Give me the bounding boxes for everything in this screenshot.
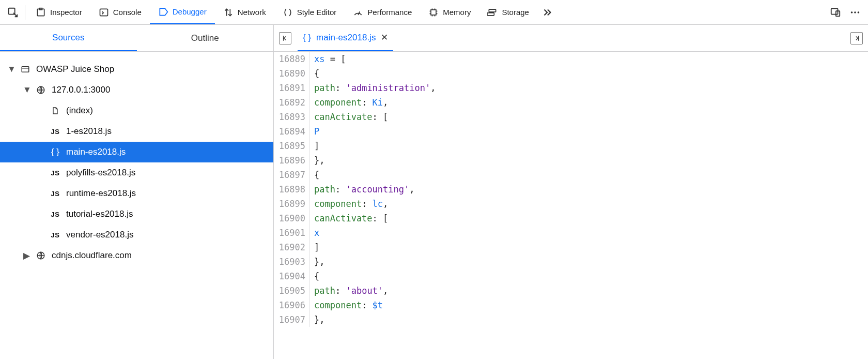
tree-label: polyfills-es2018.js: [66, 168, 135, 178]
toggle-left-pane-button[interactable]: [279, 32, 291, 44]
line-number[interactable]: 16899: [274, 197, 310, 211]
source-tree: ▼ OWASP Juice Shop ▼ 127.0.0.1:3000 (ind…: [0, 52, 273, 359]
code-line[interactable]: 16898path: 'accounting',: [274, 182, 868, 197]
pane-collapse-right-icon: [853, 35, 860, 42]
tree-label: 127.0.0.1:3000: [52, 85, 110, 95]
braces-icon: { }: [303, 33, 311, 43]
line-number[interactable]: 16896: [274, 153, 310, 168]
tab-outline[interactable]: Outline: [137, 25, 274, 51]
code-line[interactable]: 16896},: [274, 153, 868, 168]
storage-icon: [487, 7, 498, 18]
js-icon: JS: [50, 169, 61, 177]
tab-storage[interactable]: Storage: [479, 0, 537, 24]
svg-rect-7: [831, 8, 838, 14]
code-line[interactable]: 16891path: 'administration',: [274, 81, 868, 95]
tab-debugger[interactable]: Debugger: [150, 0, 215, 24]
overflow-tabs-button[interactable]: [537, 3, 557, 22]
code-line[interactable]: 16899component: lc,: [274, 197, 868, 211]
line-number[interactable]: 16898: [274, 182, 310, 197]
svg-point-10: [854, 11, 856, 13]
tab-label: Sources: [52, 33, 84, 43]
line-source: canActivate: [: [310, 211, 388, 226]
editor-panel: { } main-es2018.js ✕ 16889xs = [16890{16…: [274, 25, 868, 359]
tab-label: Storage: [502, 8, 529, 17]
pick-element-button[interactable]: [3, 3, 23, 22]
line-number[interactable]: 16889: [274, 52, 310, 66]
line-number[interactable]: 16900: [274, 211, 310, 226]
line-number[interactable]: 16897: [274, 168, 310, 182]
line-number[interactable]: 16894: [274, 124, 310, 139]
tree-file-tutorial[interactable]: JS tutorial-es2018.js: [0, 204, 273, 225]
svg-rect-6: [487, 12, 494, 15]
line-source: x: [310, 226, 319, 240]
tab-inspector[interactable]: Inspector: [27, 0, 90, 24]
code-line[interactable]: 16905path: 'about',: [274, 283, 868, 298]
code-line[interactable]: 16894P: [274, 124, 868, 139]
responsive-design-button[interactable]: [826, 3, 845, 22]
tree-file-1[interactable]: JS 1-es2018.js: [0, 121, 273, 142]
line-source: ]: [310, 139, 319, 153]
tree-root[interactable]: ▼ OWASP Juice Shop: [0, 59, 273, 80]
devtools-toolbar: Inspector Console Debugger Network Style…: [0, 0, 868, 25]
line-number[interactable]: 16905: [274, 283, 310, 298]
tab-performance[interactable]: Performance: [345, 0, 420, 24]
line-number[interactable]: 16907: [274, 312, 310, 327]
code-line[interactable]: 16889xs = [: [274, 52, 868, 66]
globe-icon: [35, 251, 47, 260]
braces-icon: { }: [50, 147, 61, 157]
code-editor[interactable]: 16889xs = [16890{16891path: 'administrat…: [274, 52, 868, 359]
tab-sources[interactable]: Sources: [0, 25, 137, 51]
code-line[interactable]: 16897{: [274, 168, 868, 182]
tree-host-cdnjs[interactable]: ▶ cdnjs.cloudflare.com: [0, 245, 273, 266]
tree-file-polyfills[interactable]: JS polyfills-es2018.js: [0, 162, 273, 183]
code-line[interactable]: 16903},: [274, 255, 868, 269]
line-number[interactable]: 16903: [274, 255, 310, 269]
line-number[interactable]: 16890: [274, 66, 310, 81]
line-number[interactable]: 16906: [274, 298, 310, 312]
line-source: },: [310, 153, 324, 168]
tree-file-index[interactable]: (index): [0, 100, 273, 121]
line-number[interactable]: 16902: [274, 240, 310, 255]
code-line[interactable]: 16893canActivate: [: [274, 110, 868, 124]
pane-collapse-left-icon: [282, 35, 289, 42]
code-line[interactable]: 16890{: [274, 66, 868, 81]
line-number[interactable]: 16904: [274, 269, 310, 283]
svg-rect-5: [489, 9, 496, 12]
line-number[interactable]: 16893: [274, 110, 310, 124]
code-line[interactable]: 16901x: [274, 226, 868, 240]
line-number[interactable]: 16891: [274, 81, 310, 95]
tab-memory[interactable]: Memory: [420, 0, 479, 24]
file-tab-main[interactable]: { } main-es2018.js ✕: [298, 25, 393, 51]
code-line[interactable]: 16902]: [274, 240, 868, 255]
js-icon: JS: [50, 211, 61, 218]
tree-label: cdnjs.cloudflare.com: [52, 250, 132, 261]
tab-label: Inspector: [50, 8, 82, 17]
twisty-down-icon: ▼: [7, 64, 14, 74]
code-line[interactable]: 16895]: [274, 139, 868, 153]
tree-host[interactable]: ▼ 127.0.0.1:3000: [0, 80, 273, 100]
tab-network[interactable]: Network: [215, 0, 274, 24]
line-source: ]: [310, 240, 319, 255]
memory-icon: [428, 7, 439, 18]
code-line[interactable]: 16904{: [274, 269, 868, 283]
tree-label: 1-es2018.js: [66, 126, 112, 137]
code-line[interactable]: 16907},: [274, 312, 868, 327]
line-number[interactable]: 16901: [274, 226, 310, 240]
file-tab-label: main-es2018.js: [316, 33, 376, 43]
kebab-menu-button[interactable]: [845, 3, 865, 22]
code-line[interactable]: 16892component: Ki,: [274, 95, 868, 110]
tree-file-runtime[interactable]: JS runtime-es2018.js: [0, 183, 273, 204]
close-tab-button[interactable]: ✕: [381, 32, 388, 43]
tab-label: Memory: [443, 8, 471, 17]
line-number[interactable]: 16892: [274, 95, 310, 110]
tab-styleeditor[interactable]: Style Editor: [274, 0, 345, 24]
tree-file-main[interactable]: { } main-es2018.js: [0, 142, 273, 162]
toggle-right-pane-button[interactable]: [850, 32, 863, 44]
tab-console[interactable]: Console: [90, 0, 150, 24]
tree-label: vendor-es2018.js: [66, 230, 133, 240]
line-number[interactable]: 16895: [274, 139, 310, 153]
tree-file-vendor[interactable]: JS vendor-es2018.js: [0, 225, 273, 245]
code-line[interactable]: 16906component: $t: [274, 298, 868, 312]
tab-label: Outline: [191, 33, 219, 43]
code-line[interactable]: 16900canActivate: [: [274, 211, 868, 226]
